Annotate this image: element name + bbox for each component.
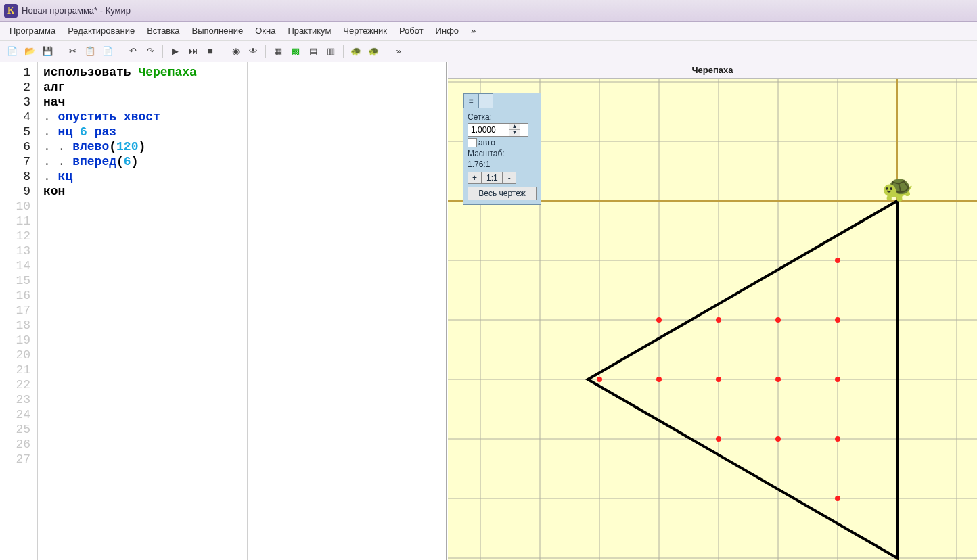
menu-item-2[interactable]: Вставка bbox=[141, 24, 185, 38]
menu-item-9[interactable]: » bbox=[465, 24, 481, 38]
line-number: 16 bbox=[0, 288, 30, 303]
menubar: ПрограммаРедактированиеВставкаВыполнение… bbox=[0, 22, 977, 41]
grid4-icon[interactable]: ▥ bbox=[323, 43, 339, 60]
window-title: Новая программа* - Кумир bbox=[22, 5, 131, 16]
titlebar: К Новая программа* - Кумир bbox=[0, 0, 977, 22]
more-icon[interactable]: » bbox=[390, 43, 407, 60]
line-number: 10 bbox=[0, 199, 30, 214]
line-number: 26 bbox=[0, 437, 30, 452]
svg-point-31 bbox=[775, 377, 781, 382]
svg-point-28 bbox=[716, 377, 721, 382]
line-number: 20 bbox=[0, 348, 30, 363]
app-icon: К bbox=[4, 4, 18, 18]
stop-icon[interactable]: ■ bbox=[202, 43, 219, 60]
line-number: 24 bbox=[0, 407, 30, 422]
svg-point-26 bbox=[656, 317, 662, 323]
code-editor[interactable]: использовать Черепахаалгнач. опустить хв… bbox=[38, 62, 248, 560]
line-number: 5 bbox=[0, 124, 30, 139]
fit-drawing-button[interactable]: Весь чертеж bbox=[468, 187, 537, 200]
turtle-icon: 🐢 bbox=[882, 172, 914, 204]
turtle-control-panel: ≡ Сетка: ▲ ▼ bbox=[463, 93, 541, 205]
turtle2-icon[interactable]: 🐢 bbox=[365, 43, 382, 60]
undo-icon[interactable]: ↶ bbox=[124, 43, 141, 60]
menu-icon: ≡ bbox=[468, 96, 473, 106]
toolbar-separator bbox=[120, 45, 120, 58]
grid-step-input[interactable] bbox=[468, 125, 509, 135]
grid2-icon[interactable]: ▩ bbox=[288, 43, 304, 60]
auto-label: авто bbox=[478, 138, 495, 147]
svg-point-27 bbox=[716, 436, 721, 442]
line-gutter: 1234567891011121314151617181920212223242… bbox=[0, 62, 38, 560]
menu-item-4[interactable]: Окна bbox=[250, 24, 281, 38]
svg-point-25 bbox=[656, 377, 662, 382]
svg-point-32 bbox=[775, 317, 781, 323]
run-icon[interactable]: ▶ bbox=[167, 43, 183, 60]
line-number: 14 bbox=[0, 258, 30, 273]
line-number: 17 bbox=[0, 303, 30, 318]
zoom-reset-button[interactable]: 1:1 bbox=[482, 172, 503, 184]
grid-label: Сетка: bbox=[468, 112, 537, 122]
open-file-icon[interactable]: 📂 bbox=[22, 43, 38, 60]
grid1-icon[interactable]: ▦ bbox=[270, 43, 286, 60]
svg-point-30 bbox=[775, 436, 781, 442]
line-number: 13 bbox=[0, 243, 30, 258]
turtle-title: Черепаха bbox=[448, 62, 977, 78]
editor-pane: 1234567891011121314151617181920212223242… bbox=[0, 62, 447, 560]
line-number: 3 bbox=[0, 95, 30, 110]
turtle-canvas[interactable]: 🐢 ≡ Сетка: ▲ ▼ bbox=[448, 78, 977, 560]
scale-label: Масштаб: bbox=[468, 149, 537, 158]
grid3-icon[interactable]: ▤ bbox=[305, 43, 321, 60]
line-number: 25 bbox=[0, 422, 30, 437]
line-number: 22 bbox=[0, 377, 30, 392]
svg-point-34 bbox=[835, 436, 840, 442]
paste-icon[interactable]: 📄 bbox=[99, 43, 116, 60]
menu-item-0[interactable]: Программа bbox=[4, 24, 61, 38]
menu-item-5[interactable]: Практикум bbox=[282, 24, 336, 38]
panel-tab-menu[interactable]: ≡ bbox=[463, 93, 478, 108]
auto-checkbox[interactable] bbox=[468, 138, 477, 147]
line-number: 18 bbox=[0, 318, 30, 333]
turtle-pane: Черепаха 🐢 ≡ Сетка: ▲ bbox=[447, 62, 977, 560]
spin-down-icon[interactable]: ▼ bbox=[509, 130, 520, 136]
menu-item-6[interactable]: Чертежник bbox=[338, 24, 392, 38]
step-icon[interactable]: ⏭ bbox=[185, 43, 201, 60]
line-number: 6 bbox=[0, 139, 30, 154]
toolbar-separator bbox=[162, 45, 163, 58]
new-file-icon[interactable]: 📄 bbox=[4, 43, 20, 60]
line-number: 23 bbox=[0, 392, 30, 407]
line-number: 1 bbox=[0, 65, 30, 80]
panel-tab-blank[interactable] bbox=[478, 93, 493, 108]
svg-point-24 bbox=[597, 377, 602, 382]
line-number: 12 bbox=[0, 229, 30, 243]
svg-point-37 bbox=[835, 258, 840, 263]
menu-item-7[interactable]: Робот bbox=[394, 24, 429, 38]
line-number: 27 bbox=[0, 452, 30, 467]
workspace: 1234567891011121314151617181920212223242… bbox=[0, 62, 977, 560]
line-number: 4 bbox=[0, 110, 30, 124]
line-number: 11 bbox=[0, 214, 30, 229]
turtle1-icon[interactable]: 🐢 bbox=[348, 43, 364, 60]
copy-icon[interactable]: 📋 bbox=[82, 43, 98, 60]
cut-icon[interactable]: ✂ bbox=[64, 43, 81, 60]
menu-item-3[interactable]: Выполнение bbox=[186, 24, 248, 38]
menu-item-1[interactable]: Редактирование bbox=[62, 24, 140, 38]
toolbar-separator bbox=[265, 45, 266, 58]
save-file-icon[interactable]: 💾 bbox=[39, 43, 55, 60]
line-number: 15 bbox=[0, 273, 30, 288]
scale-value: 1.76:1 bbox=[468, 160, 537, 169]
line-number: 7 bbox=[0, 154, 30, 169]
grid-step-spinner[interactable]: ▲ ▼ bbox=[468, 123, 528, 137]
zoom-in-button[interactable]: + bbox=[468, 172, 482, 184]
toolbar: 📄📂💾✂📋📄↶↷▶⏭■◉👁▦▩▤▥🐢🐢» bbox=[0, 41, 977, 62]
watch-icon[interactable]: 👁 bbox=[245, 43, 261, 60]
svg-point-36 bbox=[835, 317, 840, 323]
menu-item-8[interactable]: Инфо bbox=[430, 24, 464, 38]
line-number: 2 bbox=[0, 80, 30, 95]
redo-icon[interactable]: ↷ bbox=[142, 43, 158, 60]
svg-point-29 bbox=[716, 317, 721, 323]
line-number: 8 bbox=[0, 169, 30, 184]
breakpoint-icon[interactable]: ◉ bbox=[227, 43, 244, 60]
line-number: 19 bbox=[0, 333, 30, 348]
toolbar-separator bbox=[343, 45, 344, 58]
zoom-out-button[interactable]: - bbox=[503, 172, 516, 184]
